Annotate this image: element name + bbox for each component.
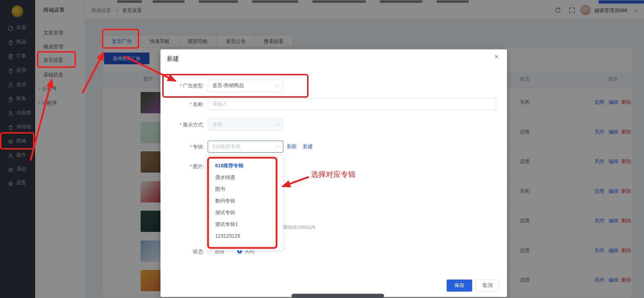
- album-select[interactable]: 618推荐专辑: [208, 141, 283, 153]
- album-dropdown: 618推荐专辑 酒水特惠 图书 数码专辑 测试专辑 测试专辑1 12312312…: [207, 155, 283, 250]
- chevron-down-icon: [275, 83, 279, 87]
- dropdown-option[interactable]: 测试专辑: [207, 207, 283, 218]
- upload-hint-fragment: 限制在10M以内: [283, 224, 315, 231]
- required-marker: *: [190, 101, 192, 107]
- dropdown-option[interactable]: 数码专辑: [207, 195, 283, 207]
- required-marker: *: [180, 83, 182, 88]
- chevron-down-icon: [275, 122, 279, 126]
- dropdown-option[interactable]: 酒水特惠: [207, 172, 283, 183]
- dropdown-option[interactable]: 测试专辑1: [207, 218, 283, 230]
- close-icon[interactable]: ×: [494, 53, 499, 61]
- dropdown-option[interactable]: 图书: [207, 183, 283, 195]
- save-button[interactable]: 保存: [447, 280, 472, 292]
- album-placeholder: 618推荐专辑: [212, 143, 240, 150]
- album-label: *专辑:: [162, 144, 204, 150]
- annotation-note: 选择对应专辑: [311, 169, 356, 179]
- album-new-link[interactable]: 新建: [303, 143, 313, 150]
- name-placeholder: 请输入: [212, 101, 227, 107]
- image-label: *图片:: [162, 163, 204, 170]
- ad-type-value: 首页-热销商品: [212, 82, 244, 89]
- chevron-up-icon: [275, 145, 279, 149]
- dialog-title: 新建: [167, 55, 179, 63]
- name-input[interactable]: 请输入: [208, 98, 496, 110]
- dropdown-option[interactable]: 123123123: [207, 230, 283, 242]
- ad-type-select[interactable]: 首页-热销商品: [208, 80, 283, 92]
- album-refresh-link[interactable]: 刷新: [287, 143, 297, 150]
- display-mode-select: 专辑: [208, 119, 283, 131]
- status-label: 状态:: [162, 249, 204, 255]
- required-marker: *: [190, 144, 192, 150]
- ad-type-label: *广告类型:: [162, 83, 204, 89]
- required-marker: *: [190, 163, 192, 169]
- required-marker: *: [180, 122, 182, 128]
- cancel-button[interactable]: 取消: [476, 280, 499, 292]
- bottom-scroll-pill[interactable]: [291, 294, 384, 298]
- name-label: *名称:: [162, 101, 204, 108]
- display-mode-label: *展示方式:: [162, 122, 204, 128]
- dropdown-option[interactable]: 618推荐专辑: [207, 160, 283, 172]
- display-mode-value: 专辑: [212, 121, 222, 128]
